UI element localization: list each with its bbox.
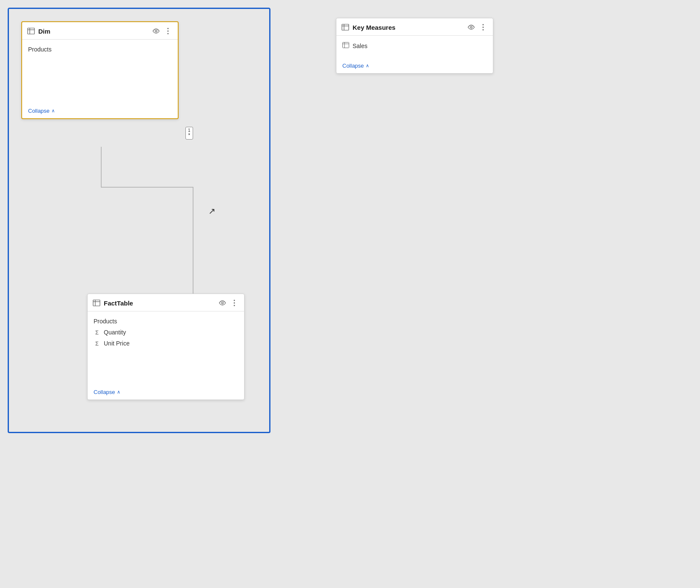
dim-card: Dim P [21, 21, 179, 119]
fact-card: FactTable Produc [87, 294, 245, 400]
key-measures-sales-label: Sales [353, 43, 367, 49]
fact-card-header: FactTable [88, 294, 244, 311]
key-measures-card: Key Measures [336, 18, 493, 74]
dim-card-title: Dim [38, 28, 148, 35]
fact-collapse-button[interactable]: Collapse ∧ [94, 389, 120, 395]
fact-card-actions [218, 298, 239, 308]
key-measures-header: Key Measures [336, 18, 493, 36]
svg-point-5 [168, 31, 169, 32]
dim-collapse-chevron: ∧ [51, 108, 55, 114]
key-measures-collapse-button[interactable]: Collapse ∧ [342, 63, 369, 69]
svg-point-11 [234, 300, 235, 301]
svg-point-20 [483, 29, 484, 31]
dim-card-header: Dim [22, 22, 178, 40]
dim-field-products: Products [28, 44, 172, 55]
key-measures-actions [467, 23, 488, 32]
key-measures-visibility-icon[interactable] [467, 23, 476, 32]
svg-rect-7 [93, 300, 100, 306]
fact-field-unitprice: Σ Unit Price [94, 338, 238, 349]
key-measures-sales-icon [342, 42, 349, 49]
key-measures-more-icon[interactable] [478, 23, 488, 32]
key-measures-spacer [336, 54, 493, 59]
key-measures-body: Sales [336, 36, 493, 54]
fact-quantity-sigma: Σ [94, 329, 100, 336]
svg-rect-21 [343, 43, 349, 48]
fact-card-body: Products Σ Quantity Σ Unit Price [88, 311, 244, 351]
dim-card-body: Products [22, 40, 178, 57]
svg-point-13 [234, 305, 235, 306]
fact-quantity-label: Quantity [104, 329, 126, 336]
key-measures-footer: Collapse ∧ [336, 59, 493, 73]
key-measures-title: Key Measures [353, 24, 463, 31]
dim-card-footer: Collapse ∧ [22, 104, 178, 118]
cardinality-badge: 1 * [185, 127, 193, 140]
dim-products-label: Products [28, 46, 51, 53]
canvas: Dim P [0, 0, 700, 588]
fact-collapse-label: Collapse [94, 389, 115, 395]
fact-products-label: Products [94, 318, 117, 325]
fact-more-icon[interactable] [230, 298, 239, 308]
svg-rect-0 [28, 28, 34, 34]
fact-collapse-chevron: ∧ [117, 389, 120, 395]
fact-card-spacer [88, 351, 244, 385]
fact-card-footer: Collapse ∧ [88, 385, 244, 400]
svg-point-17 [470, 26, 472, 28]
fact-field-products: Products [94, 316, 238, 327]
svg-point-4 [168, 28, 169, 29]
fact-card-title: FactTable [104, 300, 214, 307]
dim-card-spacer [22, 57, 178, 104]
dim-table-icon [27, 28, 35, 34]
fact-field-quantity: Σ Quantity [94, 327, 238, 338]
svg-point-6 [168, 33, 169, 34]
fact-visibility-icon[interactable] [218, 298, 227, 308]
dim-visibility-icon[interactable] [151, 26, 161, 36]
fact-table-icon [93, 300, 100, 306]
svg-point-19 [483, 27, 484, 28]
svg-point-18 [483, 24, 484, 26]
key-measures-field-sales: Sales [342, 40, 487, 51]
svg-point-3 [155, 30, 157, 32]
cardinality-bottom: * [188, 133, 190, 138]
fact-unitprice-sigma: Σ [94, 340, 100, 347]
svg-point-12 [234, 303, 235, 304]
fact-unitprice-label: Unit Price [104, 340, 130, 347]
dim-card-actions [151, 26, 173, 36]
svg-rect-14 [342, 24, 349, 30]
key-measures-table-icon [341, 24, 349, 31]
key-measures-collapse-label: Collapse [342, 63, 364, 69]
dim-collapse-button[interactable]: Collapse ∧ [28, 108, 55, 114]
dim-more-icon[interactable] [163, 26, 173, 36]
svg-point-10 [222, 302, 223, 304]
key-measures-collapse-chevron: ∧ [366, 63, 369, 69]
dim-collapse-label: Collapse [28, 108, 50, 114]
